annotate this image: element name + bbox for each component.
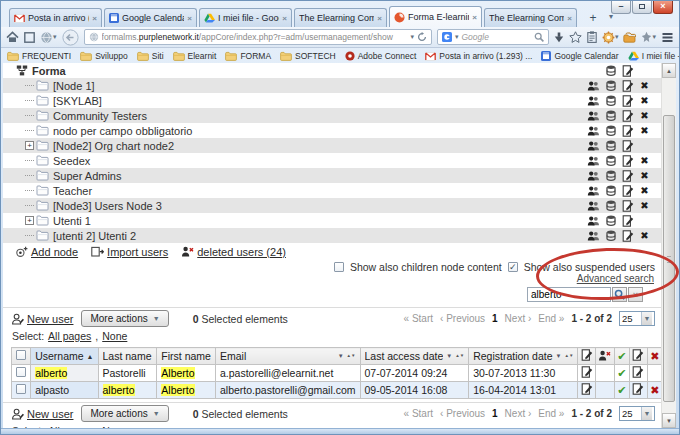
suspended-users-checkbox[interactable]: ✓ <box>508 262 518 272</box>
tree-node[interactable]: Teacher✖ <box>3 183 663 198</box>
action-slot[interactable] <box>602 169 619 182</box>
new-tab-button[interactable]: + <box>581 10 605 27</box>
action-slot[interactable] <box>602 109 619 122</box>
url-bar[interactable]: formalms.purplenetwork.it/appCore/index.… <box>84 29 432 45</box>
scrollbar-thumb[interactable] <box>663 115 675 402</box>
search-bar[interactable]: ▾ Google <box>437 29 549 45</box>
pagination-end[interactable]: End » <box>538 408 564 419</box>
col-activate-user-icon[interactable]: ✔ <box>614 348 629 365</box>
minimize-button[interactable]: – <box>611 1 631 14</box>
home-icon[interactable] <box>6 31 19 43</box>
tab-i-miei-file-googl[interactable]: I miei file - Googl...× <box>199 8 292 27</box>
action-slot[interactable] <box>602 154 619 167</box>
page-size-select[interactable]: 25▼ <box>619 311 655 326</box>
sort-toggle-icon[interactable]: ▲▼ <box>455 354 464 358</box>
pagination-start[interactable]: « Start <box>404 408 433 419</box>
row-checkbox[interactable] <box>16 367 26 377</box>
extension-pin-button[interactable]: ▾ <box>641 31 656 43</box>
tree-node[interactable]: [Node3] Users Node 3✖ <box>3 198 663 213</box>
action-slot[interactable] <box>602 94 619 107</box>
action-slot[interactable] <box>585 229 602 242</box>
pagination-previous[interactable]: ‹ Previous <box>440 408 485 419</box>
import-users-link[interactable]: Import users <box>91 246 168 258</box>
action-slot[interactable]: ✖ <box>636 199 653 212</box>
action-slot[interactable] <box>619 94 636 107</box>
more-actions-button[interactable]: More actions▼ <box>81 310 168 327</box>
column-header-last-name[interactable]: Last name <box>98 348 157 365</box>
action-slot[interactable]: ✖ <box>636 94 653 107</box>
tree-node[interactable]: [utenti 2] Utenti 2✖ <box>3 228 663 243</box>
tree-node-root[interactable]: Forma <box>3 63 663 78</box>
action-cell[interactable] <box>578 365 596 382</box>
row-checkbox[interactable] <box>16 384 26 394</box>
col-edit-user-icon[interactable] <box>578 348 596 365</box>
action-slot[interactable] <box>602 184 619 197</box>
action-slot[interactable]: ✖ <box>636 124 653 137</box>
tree-node[interactable]: Seedex✖ <box>3 153 663 168</box>
restore-button[interactable] <box>632 1 652 14</box>
action-slot[interactable]: ✖ <box>636 184 653 197</box>
select-all-pages-link[interactable]: All pages <box>48 330 91 342</box>
action-slot[interactable] <box>585 79 602 92</box>
engine-dropdown-icon[interactable]: ▾ <box>455 33 459 41</box>
sort-toggle-icon[interactable]: ▲▼ <box>347 354 356 358</box>
action-slot[interactable] <box>602 214 619 227</box>
action-slot[interactable] <box>602 64 619 77</box>
tab-close-icon[interactable]: × <box>282 14 287 23</box>
action-cell[interactable]: ✔ <box>614 382 629 399</box>
column-header-username[interactable]: Username▲ <box>31 348 98 365</box>
action-slot[interactable] <box>602 124 619 137</box>
tab-the-elearning-commu[interactable]: The Elearning Commu...× <box>294 8 387 27</box>
menu-hamburger-icon[interactable] <box>661 32 674 43</box>
tab-the-elearning-commu[interactable]: The Elearning Commu...× <box>484 8 577 27</box>
action-slot[interactable] <box>619 169 636 182</box>
action-slot[interactable] <box>585 124 602 137</box>
col-edit-profile-icon[interactable] <box>629 348 647 365</box>
user-search-input[interactable] <box>527 287 611 302</box>
action-slot[interactable]: ✖ <box>636 229 653 242</box>
pagination-previous[interactable]: ‹ Previous <box>440 313 485 324</box>
action-cell[interactable] <box>578 382 596 399</box>
children-content-checkbox[interactable] <box>334 262 344 272</box>
clipboard-icon[interactable] <box>587 31 597 43</box>
action-slot[interactable] <box>585 94 602 107</box>
action-slot[interactable] <box>585 139 602 152</box>
user-search-button[interactable] <box>612 287 627 302</box>
action-slot[interactable] <box>619 214 636 227</box>
bookmark-adobe-connect[interactable]: Adobe Connect <box>345 51 417 61</box>
tab-close-icon[interactable]: × <box>92 14 97 23</box>
user-search-clear-button[interactable]: × <box>628 287 643 302</box>
pagination-end[interactable]: End » <box>538 313 564 324</box>
action-slot[interactable] <box>585 214 602 227</box>
downloads-icon[interactable] <box>554 32 564 43</box>
action-slot[interactable]: ✖ <box>636 79 653 92</box>
action-slot[interactable] <box>585 199 602 212</box>
action-slot[interactable] <box>585 154 602 167</box>
tree-node[interactable]: Super Admins✖ <box>3 168 663 183</box>
action-slot[interactable] <box>585 109 602 122</box>
column-header-first-name[interactable]: First name <box>157 348 216 365</box>
bookmark-elearnit[interactable]: Elearnit <box>173 51 217 61</box>
close-button[interactable]: × <box>653 1 673 14</box>
tab-posta-in-arrivo-1-6[interactable]: Posta in arrivo (1.6...× <box>9 8 102 27</box>
action-cell[interactable] <box>629 382 647 399</box>
new-user-link[interactable]: New user <box>11 408 73 420</box>
filter-dropdown-icon[interactable]: ▼ <box>338 353 344 359</box>
url-dropdown-icon[interactable]: ▾ <box>410 33 414 41</box>
column-header-email[interactable]: Email▼▲▼ <box>215 348 360 365</box>
action-slot[interactable] <box>619 79 636 92</box>
tab-groups-icon[interactable] <box>24 32 35 43</box>
bookmark-frequenti[interactable]: FREQUENTI <box>7 51 71 61</box>
deleted-users-link[interactable]: deleted users (24) <box>181 246 286 258</box>
select-none-link[interactable]: None <box>102 330 127 342</box>
tree-node[interactable]: Community Testers✖ <box>3 108 663 123</box>
action-slot[interactable] <box>619 199 636 212</box>
new-user-link[interactable]: New user <box>11 313 73 325</box>
bookmark-google-calendar[interactable]: Google Calendar <box>541 51 618 61</box>
pagination-next[interactable]: Next › <box>505 408 532 419</box>
page-size-select[interactable]: 25▼ <box>619 406 655 421</box>
select-all-checkbox[interactable] <box>16 350 26 360</box>
bookmark-i-miei-file-google-dri[interactable]: I miei file - Google Dri... <box>628 51 679 61</box>
action-slot[interactable]: ✖ <box>636 154 653 167</box>
action-slot[interactable] <box>602 139 619 152</box>
